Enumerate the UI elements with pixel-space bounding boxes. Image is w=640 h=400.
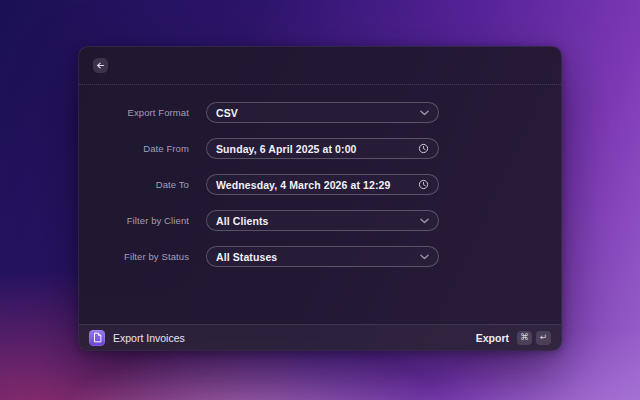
command-key-badge[interactable]: ⌘ bbox=[517, 331, 532, 345]
export-format-label: Export Format bbox=[79, 107, 189, 118]
filter-client-value: All Clients bbox=[216, 215, 420, 227]
footer-command-title: Export Invoices bbox=[113, 332, 185, 344]
return-key-badge[interactable]: ↵ bbox=[536, 331, 551, 345]
date-to-label: Date To bbox=[79, 179, 189, 190]
date-from-value: Sunday, 6 April 2025 at 0:00 bbox=[216, 143, 418, 155]
dialog-header bbox=[79, 47, 561, 85]
filter-status-value: All Statuses bbox=[216, 251, 420, 263]
export-format-dropdown[interactable]: CSV bbox=[206, 102, 439, 123]
footer-actions: Export ⌘ ↵ bbox=[476, 331, 551, 345]
back-button[interactable] bbox=[93, 58, 108, 73]
clock-icon bbox=[418, 179, 429, 190]
chevron-down-icon bbox=[420, 218, 429, 224]
dialog-body: Export Format CSV Date From Sunday, 6 Ap… bbox=[79, 85, 561, 324]
desktop-background: Export Format CSV Date From Sunday, 6 Ap… bbox=[0, 0, 640, 400]
form-row-date-from: Date From Sunday, 6 April 2025 at 0:00 bbox=[79, 138, 561, 159]
chevron-down-icon bbox=[420, 110, 429, 116]
export-action-button[interactable]: Export bbox=[476, 332, 509, 344]
form-row-filter-client: Filter by Client All Clients bbox=[79, 210, 561, 231]
date-from-label: Date From bbox=[79, 143, 189, 154]
form-row-export-format: Export Format CSV bbox=[79, 102, 561, 123]
filter-status-label: Filter by Status bbox=[79, 251, 189, 262]
export-format-value: CSV bbox=[216, 107, 420, 119]
invoice-document-icon bbox=[89, 330, 105, 346]
date-from-picker[interactable]: Sunday, 6 April 2025 at 0:00 bbox=[206, 138, 439, 159]
date-to-picker[interactable]: Wednesday, 4 March 2026 at 12:29 bbox=[206, 174, 439, 195]
chevron-down-icon bbox=[420, 254, 429, 260]
date-to-value: Wednesday, 4 March 2026 at 12:29 bbox=[216, 179, 418, 191]
clock-icon bbox=[418, 143, 429, 154]
filter-status-dropdown[interactable]: All Statuses bbox=[206, 246, 439, 267]
form-row-date-to: Date To Wednesday, 4 March 2026 at 12:29 bbox=[79, 174, 561, 195]
filter-client-dropdown[interactable]: All Clients bbox=[206, 210, 439, 231]
export-invoices-dialog: Export Format CSV Date From Sunday, 6 Ap… bbox=[78, 46, 562, 351]
dialog-footer: Export Invoices Export ⌘ ↵ bbox=[79, 324, 561, 350]
back-arrow-icon bbox=[95, 60, 106, 71]
filter-client-label: Filter by Client bbox=[79, 215, 189, 226]
form-row-filter-status: Filter by Status All Statuses bbox=[79, 246, 561, 267]
